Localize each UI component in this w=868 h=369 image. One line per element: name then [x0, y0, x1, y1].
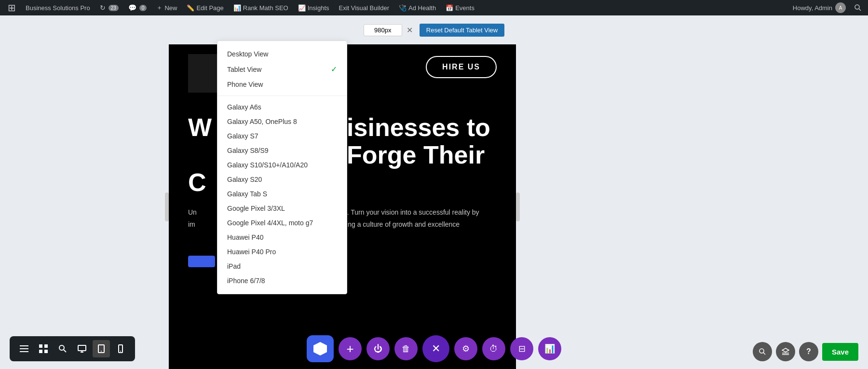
new-content-button[interactable]: ＋ New [152, 0, 181, 15]
settings-button[interactable]: ⚙ [454, 337, 477, 360]
add-element-button[interactable]: + [339, 337, 362, 360]
svg-rect-2 [20, 345, 28, 346]
wordpress-icon: ⊞ [8, 3, 16, 13]
search-tool-button[interactable] [54, 340, 71, 357]
hire-us-button[interactable]: HIRE US [426, 56, 497, 78]
user-avatar: A [835, 2, 846, 13]
phone-tool-button[interactable] [112, 340, 129, 357]
updates-button[interactable]: ↻ 23 [96, 0, 122, 15]
right-resize-handle[interactable] [516, 192, 520, 221]
device-dropdown-menu: Desktop View Tablet View ✓ Phone View Ga… [217, 41, 347, 294]
comments-button[interactable]: 💬 0 [124, 0, 151, 15]
device-galaxy-s8s9[interactable]: Galaxy S8/S9 [217, 143, 347, 158]
svg-line-19 [763, 353, 765, 355]
device-huawei-p40-pro[interactable]: Huawei P40 Pro [217, 245, 347, 259]
device-list-section: Galaxy A6s Galaxy A50, OnePlus 8 Galaxy … [217, 96, 347, 290]
svg-rect-7 [39, 350, 42, 353]
svg-line-10 [64, 350, 66, 352]
layers-right-button[interactable] [776, 342, 795, 361]
svg-point-18 [760, 349, 764, 353]
device-google-pixel-3[interactable]: Google Pixel 3/3XL [217, 201, 347, 216]
left-resize-handle[interactable] [165, 192, 169, 221]
device-ipad[interactable]: iPad [217, 259, 347, 273]
left-tools-panel [10, 336, 135, 361]
save-button[interactable]: Save [822, 343, 858, 361]
wp-logo-button[interactable]: ⊞ [4, 0, 20, 15]
device-galaxy-s7[interactable]: Galaxy S7 [217, 129, 347, 143]
width-input[interactable] [364, 24, 402, 36]
device-galaxy-s20[interactable]: Galaxy S20 [217, 172, 347, 187]
device-galaxy-s10[interactable]: Galaxy S10/S10+/A10/A20 [217, 158, 347, 172]
insights-button[interactable]: 📈 Insights [294, 0, 333, 15]
comments-count: 0 [139, 5, 147, 11]
svg-rect-4 [20, 351, 28, 352]
svg-line-1 [859, 9, 861, 11]
events-icon: 📅 [446, 4, 453, 12]
help-right-button[interactable]: ? [799, 342, 818, 361]
delete-element-button[interactable]: 🗑 [394, 337, 418, 360]
svg-point-15 [101, 351, 102, 352]
rank-math-icon: 📊 [233, 4, 241, 12]
search-right-button[interactable] [753, 342, 772, 361]
phone-view-option[interactable]: Phone View [217, 77, 347, 92]
new-label: New [164, 4, 177, 12]
rank-math-button[interactable]: 📊 Rank Math SEO [230, 0, 292, 15]
exit-builder-button[interactable]: Exit Visual Builder [335, 0, 393, 15]
edit-page-label: Edit Page [196, 4, 223, 12]
ad-health-button[interactable]: 🩺 Ad Health [395, 0, 440, 15]
edit-page-button[interactable]: ✏️ Edit Page [183, 0, 227, 15]
device-galaxy-a6s[interactable]: Galaxy A6s [217, 100, 347, 114]
svg-point-0 [855, 5, 859, 9]
device-huawei-p40[interactable]: Huawei P40 [217, 230, 347, 245]
tablet-tool-button[interactable] [93, 340, 110, 357]
analytics-button[interactable]: 📊 [538, 337, 561, 360]
et-logo-button[interactable] [307, 335, 334, 362]
svg-rect-6 [44, 344, 48, 348]
ad-health-label: Ad Health [408, 4, 436, 12]
admin-bar-right: Howdy, Admin A [789, 1, 864, 14]
ad-health-icon: 🩺 [399, 4, 407, 12]
svg-rect-11 [78, 345, 86, 351]
device-google-pixel-4[interactable]: Google Pixel 4/4XL, moto g7 [217, 216, 347, 230]
plus-icon: ＋ [156, 3, 163, 12]
edit-icon: ✏️ [187, 4, 194, 12]
desktop-tool-button[interactable] [73, 340, 91, 357]
page-content: HIRE US W isinesses to Forge Their C Une… [0, 44, 868, 369]
builder-toolbar: + ⏻ 🗑 ✕ ⚙ ⏱ ⊟ 📊 ? Save [0, 335, 868, 369]
hamburger-tool-button[interactable] [15, 340, 33, 357]
canvas-area: ✕ Reset Default Tablet View Desktop View… [0, 15, 868, 369]
tablet-check-icon: ✓ [331, 65, 337, 74]
right-panel [516, 44, 868, 369]
events-label: Events [455, 4, 475, 12]
view-type-section: Desktop View Tablet View ✓ Phone View [217, 45, 347, 94]
width-control: ✕ [364, 24, 416, 36]
site-name-label: Business Solutions Pro [26, 4, 90, 12]
enable-disable-button[interactable]: ⏻ [366, 337, 390, 360]
close-width-button[interactable]: ✕ [404, 24, 416, 36]
user-menu-button[interactable]: Howdy, Admin A [789, 2, 850, 13]
admin-search-button[interactable] [852, 1, 864, 14]
svg-point-17 [120, 351, 121, 352]
adjust-button[interactable]: ⊟ [510, 337, 533, 360]
desktop-view-option[interactable]: Desktop View [217, 47, 347, 61]
tablet-view-option[interactable]: Tablet View ✓ [217, 61, 347, 77]
rank-math-label: Rank Math SEO [243, 4, 288, 12]
insights-icon: 📈 [298, 4, 306, 12]
device-galaxy-a50[interactable]: Galaxy A50, OnePlus 8 [217, 114, 347, 129]
comments-icon: 💬 [128, 4, 136, 12]
howdy-label: Howdy, Admin [793, 4, 832, 12]
events-button[interactable]: 📅 Events [442, 0, 478, 15]
cancel-action-button[interactable]: ✕ [422, 335, 449, 362]
view-toolbar: ✕ Reset Default Tablet View [0, 15, 868, 44]
history-button[interactable]: ⏱ [482, 337, 505, 360]
cta-button[interactable] [188, 256, 215, 267]
device-iphone-678[interactable]: iPhone 6/7/8 [217, 273, 347, 288]
grid-tool-button[interactable] [35, 340, 52, 357]
center-tools-panel: + ⏻ 🗑 ✕ ⚙ ⏱ ⊟ 📊 [307, 335, 561, 362]
site-name-button[interactable]: Business Solutions Pro [22, 0, 94, 15]
svg-marker-20 [782, 348, 789, 352]
device-galaxy-tab-s[interactable]: Galaxy Tab S [217, 187, 347, 201]
reset-tablet-view-button[interactable]: Reset Default Tablet View [420, 24, 504, 37]
et-logo-icon [313, 342, 327, 355]
updates-count: 23 [108, 5, 119, 11]
